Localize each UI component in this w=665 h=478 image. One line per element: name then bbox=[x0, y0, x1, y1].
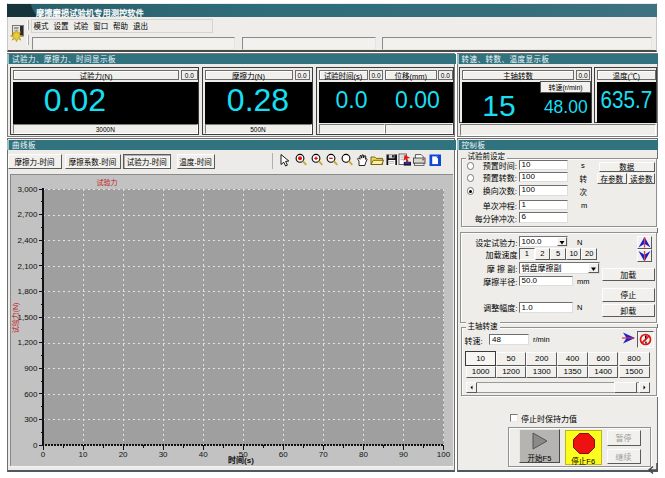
svg-text:0: 0 bbox=[40, 449, 45, 458]
svg-text:1,800: 1,800 bbox=[17, 287, 38, 296]
svg-text:2,100: 2,100 bbox=[17, 261, 38, 270]
svg-text:100: 100 bbox=[436, 449, 450, 458]
svg-text:90: 90 bbox=[398, 449, 407, 458]
svg-text:2,700: 2,700 bbox=[17, 210, 38, 219]
svg-text:30: 30 bbox=[158, 449, 167, 458]
svg-text:20: 20 bbox=[118, 449, 127, 458]
svg-text:40: 40 bbox=[198, 449, 207, 458]
svg-text:60: 60 bbox=[278, 449, 287, 458]
svg-text:2,400: 2,400 bbox=[17, 236, 38, 245]
svg-text:3,000: 3,000 bbox=[17, 184, 38, 193]
svg-text:试验力: 试验力 bbox=[96, 177, 117, 187]
svg-text:0: 0 bbox=[33, 440, 38, 449]
svg-text:10: 10 bbox=[78, 449, 87, 458]
svg-text:时间(s): 时间(s) bbox=[228, 453, 254, 464]
svg-text:70: 70 bbox=[318, 449, 327, 458]
svg-text:80: 80 bbox=[358, 449, 367, 458]
svg-text:1,500: 1,500 bbox=[17, 312, 38, 321]
svg-text:试验力(N): 试验力(N) bbox=[10, 302, 20, 333]
svg-text:900: 900 bbox=[24, 364, 38, 373]
svg-text:300: 300 bbox=[24, 415, 38, 424]
svg-text:600: 600 bbox=[24, 389, 38, 398]
svg-text:1,200: 1,200 bbox=[17, 338, 38, 347]
